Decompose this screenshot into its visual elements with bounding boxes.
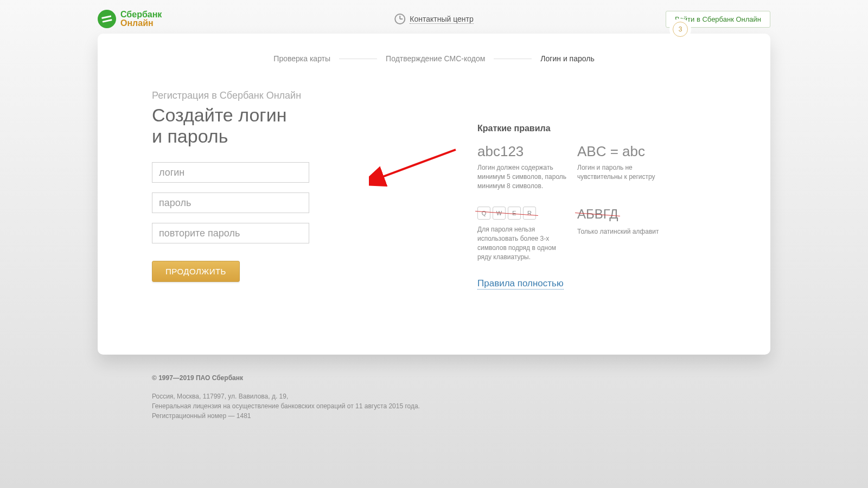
sberbank-logo-icon [98, 10, 116, 28]
key-r: R [523, 207, 536, 220]
password-input[interactable] [152, 192, 309, 213]
main-card: 3 Проверка карты Подтверждение СМС-кодом… [98, 34, 770, 355]
step-2: Подтверждение СМС-кодом [386, 54, 485, 63]
step-divider [339, 59, 377, 59]
key-e: E [508, 207, 521, 220]
key-w: W [493, 207, 506, 220]
login-input[interactable] [152, 162, 309, 183]
step-number: 3 [673, 22, 688, 37]
rule-3-text: Для пароля нельзя использовать более 3-х… [477, 225, 570, 261]
step-3: Логин и пароль [540, 54, 594, 63]
clock-icon [394, 14, 405, 24]
rules-heading: Краткие правила [477, 124, 716, 133]
rule-3-keys: Q W E R [477, 207, 536, 220]
content-row: Регистрация в Сбербанк Онлайн Создайте л… [152, 90, 716, 290]
contact-center-label: Контактный центр [410, 15, 474, 24]
steps-bar: Проверка карты Подтверждение СМС-кодом Л… [152, 50, 716, 90]
rule-3: Q W E R Для пароля нельзя использовать б… [477, 207, 570, 261]
rule-4-text: Только латинский алфавит [577, 227, 669, 236]
full-rules-link[interactable]: Правила полностью [477, 278, 564, 290]
page-footer: © 1997—2019 ПАО Сбербанк Россия, Москва,… [152, 373, 716, 421]
step-indicator-circle: 3 [669, 18, 691, 40]
footer-reg: Регистрационный номер — 1481 [152, 411, 716, 421]
footer-address: Россия, Москва, 117997, ул. Вавилова, д.… [152, 391, 716, 401]
contact-center-link[interactable]: Контактный центр [394, 14, 474, 24]
rule-2-text: Логин и пароль не чувствительны к регист… [577, 163, 669, 182]
rule-2-head: ABC = abc [577, 143, 669, 160]
title-line2: и пароль [152, 126, 228, 146]
key-q: Q [477, 207, 490, 220]
rule-4-head: АБВГД [577, 207, 618, 222]
brand-line1: Сбербанк [120, 10, 162, 19]
continue-button[interactable]: ПРОДОЛЖИТЬ [152, 261, 240, 282]
rule-1-text: Логин должен содержать минимум 5 символо… [477, 163, 570, 190]
brand-logo: Сбербанк Онлайн [98, 10, 162, 28]
page-subtitle: Регистрация в Сбербанк Онлайн [152, 90, 423, 101]
brand-line2: Онлайн [120, 19, 162, 28]
form-column: Регистрация в Сбербанк Онлайн Создайте л… [152, 90, 423, 290]
title-line1: Создайте логин [152, 105, 287, 125]
rules-column: Краткие правила abc123 Логин должен соде… [477, 90, 716, 290]
rule-1-head: abc123 [477, 143, 570, 160]
footer-license: Генеральная лицензия на осуществление ба… [152, 401, 716, 411]
page-title: Создайте логин и пароль [152, 105, 423, 147]
brand-text: Сбербанк Онлайн [120, 10, 162, 28]
password-repeat-input[interactable] [152, 223, 309, 243]
rule-2: ABC = abc Логин и пароль не чувствительн… [577, 143, 669, 190]
footer-copyright: © 1997—2019 ПАО Сбербанк [152, 373, 716, 383]
rule-1: abc123 Логин должен содержать минимум 5 … [477, 143, 570, 190]
step-divider [494, 59, 532, 59]
rule-4: АБВГД Только латинский алфавит [577, 207, 669, 261]
rules-grid: abc123 Логин должен содержать минимум 5 … [477, 143, 716, 262]
step-1: Проверка карты [273, 54, 330, 63]
